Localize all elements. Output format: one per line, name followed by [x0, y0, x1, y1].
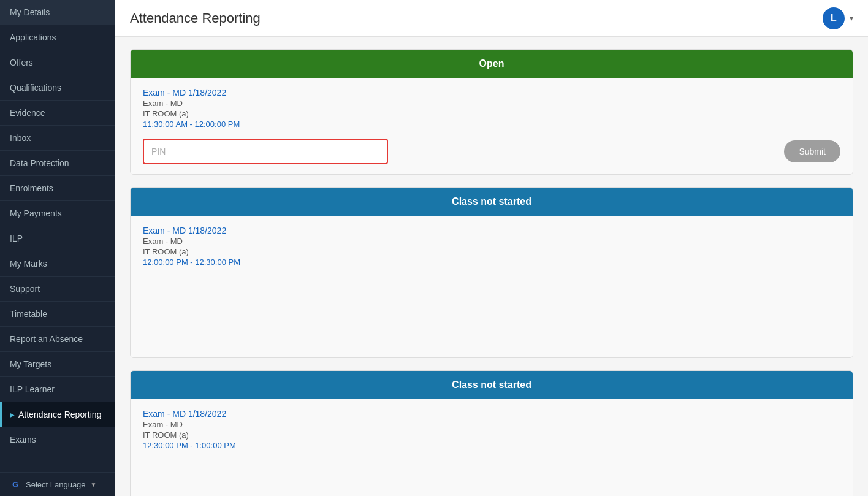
sidebar-item-label-qualifications: Qualifications	[10, 83, 61, 93]
submit-button[interactable]: Submit	[784, 140, 840, 162]
sidebar-item-support[interactable]: Support	[0, 277, 115, 302]
attendance-card-1: Class not startedExam - MD 1/18/2022Exam…	[130, 187, 853, 358]
sidebar-item-timetable[interactable]: Timetable	[0, 302, 115, 327]
session-title-0: Exam - MD 1/18/2022	[143, 88, 840, 97]
sidebar-item-label-data-protection: Data Protection	[10, 158, 69, 168]
select-language-label: Select Language	[26, 480, 86, 489]
card-header-2: Class not started	[131, 371, 853, 399]
session-room-2: IT ROOM (a)	[143, 430, 840, 440]
card-header-1: Class not started	[131, 188, 853, 216]
sidebar-item-applications[interactable]: Applications	[0, 25, 115, 50]
sidebar-item-my-targets[interactable]: My Targets	[0, 352, 115, 377]
sidebar-item-my-details[interactable]: My Details	[0, 0, 115, 25]
sidebar-item-label-ilp-learner: ILP Learner	[10, 384, 55, 394]
pin-input[interactable]	[143, 139, 388, 164]
sidebar-item-report-an-absence[interactable]: Report an Absence	[0, 327, 115, 352]
sidebar-item-label-enrolments: Enrolments	[10, 183, 53, 193]
session-subtitle-0: Exam - MD	[143, 99, 840, 108]
sidebar-item-my-payments[interactable]: My Payments	[0, 201, 115, 226]
page-title: Attendance Reporting	[130, 10, 261, 26]
sidebar-item-label-exams: Exams	[10, 435, 36, 444]
session-time-2: 12:30:00 PM - 1:00:00 PM	[143, 441, 840, 450]
sidebar-item-attendance-reporting[interactable]: Attendance Reporting	[0, 402, 115, 427]
session-subtitle-2: Exam - MD	[143, 420, 840, 429]
sidebar-item-enrolments[interactable]: Enrolments	[0, 176, 115, 201]
card-spacer-2	[143, 457, 840, 496]
sidebar-item-label-support: Support	[10, 284, 40, 294]
sidebar-item-label-evidence: Evidence	[10, 108, 45, 118]
session-title-1: Exam - MD 1/18/2022	[143, 226, 840, 235]
session-room-1: IT ROOM (a)	[143, 247, 840, 256]
session-time-1: 12:00:00 PM - 12:30:00 PM	[143, 258, 840, 267]
sidebar-item-label-report-an-absence: Report an Absence	[10, 334, 83, 344]
sidebar-item-label-offers: Offers	[10, 58, 33, 67]
card-body-1: Exam - MD 1/18/2022Exam - MDIT ROOM (a)1…	[131, 216, 853, 357]
pin-row: Submit	[143, 139, 840, 164]
card-header-0: Open	[131, 50, 853, 78]
sidebar-item-evidence[interactable]: Evidence	[0, 101, 115, 126]
header-right: L ▾	[823, 7, 853, 29]
sidebar-item-offers[interactable]: Offers	[0, 50, 115, 75]
card-spacer-1	[143, 274, 840, 348]
sidebar-item-label-my-payments: My Payments	[10, 208, 62, 218]
card-body-2: Exam - MD 1/18/2022Exam - MDIT ROOM (a)1…	[131, 399, 853, 496]
card-body-0: Exam - MD 1/18/2022Exam - MDIT ROOM (a)1…	[131, 78, 853, 174]
sidebar-item-label-applications: Applications	[10, 32, 56, 42]
sidebar-item-ilp-learner[interactable]: ILP Learner	[0, 377, 115, 402]
session-subtitle-1: Exam - MD	[143, 237, 840, 246]
attendance-card-0: OpenExam - MD 1/18/2022Exam - MDIT ROOM …	[130, 49, 853, 175]
sidebar-item-label-my-targets: My Targets	[10, 359, 51, 369]
sidebar-item-my-marks[interactable]: My Marks	[0, 251, 115, 277]
language-dropdown-icon: ▼	[91, 481, 97, 488]
main-content: Attendance Reporting L ▾ OpenExam - MD 1…	[115, 0, 868, 496]
sidebar-item-label-attendance-reporting: Attendance Reporting	[18, 410, 101, 419]
sidebar-item-label-my-details: My Details	[10, 7, 50, 17]
content-area: OpenExam - MD 1/18/2022Exam - MDIT ROOM …	[115, 37, 868, 496]
sidebar-item-label-my-marks: My Marks	[10, 259, 47, 269]
sidebar-item-label-inbox: Inbox	[10, 133, 31, 143]
sidebar: My DetailsApplicationsOffersQualificatio…	[0, 0, 115, 496]
session-title-2: Exam - MD 1/18/2022	[143, 409, 840, 419]
select-language-button[interactable]: G Select Language ▼	[0, 472, 115, 496]
user-avatar[interactable]: L	[823, 7, 845, 29]
page-header: Attendance Reporting L ▾	[115, 0, 868, 37]
sidebar-item-label-timetable: Timetable	[10, 309, 47, 319]
sidebar-item-exams[interactable]: Exams	[0, 427, 115, 452]
session-time-0: 11:30:00 AM - 12:00:00 PM	[143, 120, 840, 129]
sidebar-item-qualifications[interactable]: Qualifications	[0, 75, 115, 101]
sidebar-item-label-ilp: ILP	[10, 234, 23, 243]
session-room-0: IT ROOM (a)	[143, 109, 840, 118]
attendance-card-2: Class not startedExam - MD 1/18/2022Exam…	[130, 370, 853, 496]
sidebar-item-ilp[interactable]: ILP	[0, 226, 115, 251]
sidebar-item-data-protection[interactable]: Data Protection	[0, 151, 115, 176]
sidebar-item-inbox[interactable]: Inbox	[0, 126, 115, 151]
google-icon: G	[10, 479, 21, 490]
user-menu-chevron-icon[interactable]: ▾	[850, 14, 853, 23]
